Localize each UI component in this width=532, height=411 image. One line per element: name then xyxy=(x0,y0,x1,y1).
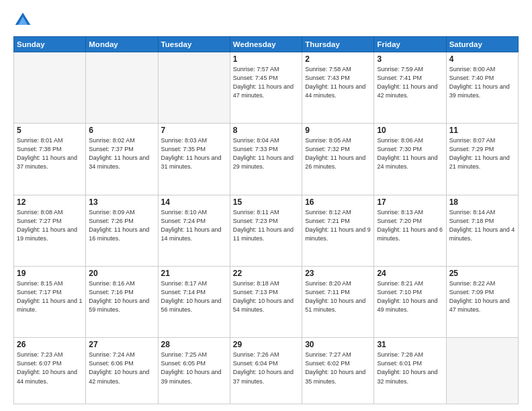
day-info: Sunrise: 8:21 AM Sunset: 7:10 PM Dayligh… xyxy=(377,279,443,314)
day-cell xyxy=(86,52,158,124)
week-row-0: 1Sunrise: 7:57 AM Sunset: 7:45 PM Daylig… xyxy=(14,52,519,124)
day-number: 9 xyxy=(305,126,371,135)
day-info: Sunrise: 8:13 AM Sunset: 7:20 PM Dayligh… xyxy=(377,208,443,243)
weekday-header-row: SundayMondayTuesdayWednesdayThursdayFrid… xyxy=(14,37,519,52)
week-row-2: 12Sunrise: 8:08 AM Sunset: 7:27 PM Dayli… xyxy=(14,195,519,266)
logo xyxy=(13,11,35,30)
day-number: 25 xyxy=(449,269,515,278)
day-info: Sunrise: 8:05 AM Sunset: 7:32 PM Dayligh… xyxy=(305,136,371,171)
day-info: Sunrise: 7:27 AM Sunset: 6:02 PM Dayligh… xyxy=(305,351,371,385)
day-number: 20 xyxy=(89,269,154,278)
day-info: Sunrise: 7:28 AM Sunset: 6:01 PM Dayligh… xyxy=(377,351,443,385)
day-info: Sunrise: 8:20 AM Sunset: 7:11 PM Dayligh… xyxy=(305,279,371,314)
day-number: 14 xyxy=(161,197,227,207)
day-cell: 26Sunrise: 7:23 AM Sunset: 6:07 PM Dayli… xyxy=(14,338,86,404)
day-cell: 13Sunrise: 8:09 AM Sunset: 7:26 PM Dayli… xyxy=(86,195,158,266)
day-number: 21 xyxy=(161,269,227,278)
weekday-header-tuesday: Tuesday xyxy=(158,37,230,52)
day-number: 28 xyxy=(161,340,227,349)
day-cell: 31Sunrise: 7:28 AM Sunset: 6:01 PM Dayli… xyxy=(374,338,446,404)
day-info: Sunrise: 8:02 AM Sunset: 7:37 PM Dayligh… xyxy=(89,136,154,171)
day-info: Sunrise: 8:12 AM Sunset: 7:21 PM Dayligh… xyxy=(305,208,371,243)
day-number: 1 xyxy=(233,54,299,64)
day-info: Sunrise: 7:59 AM Sunset: 7:41 PM Dayligh… xyxy=(377,65,443,100)
day-cell: 23Sunrise: 8:20 AM Sunset: 7:11 PM Dayli… xyxy=(302,267,374,338)
day-info: Sunrise: 8:15 AM Sunset: 7:17 PM Dayligh… xyxy=(17,279,83,314)
day-number: 17 xyxy=(377,197,443,207)
day-cell: 1Sunrise: 7:57 AM Sunset: 7:45 PM Daylig… xyxy=(230,52,302,124)
day-info: Sunrise: 7:58 AM Sunset: 7:43 PM Dayligh… xyxy=(305,65,371,100)
day-cell: 11Sunrise: 8:07 AM Sunset: 7:29 PM Dayli… xyxy=(446,124,518,195)
day-cell: 18Sunrise: 8:14 AM Sunset: 7:18 PM Dayli… xyxy=(446,195,518,266)
day-info: Sunrise: 8:07 AM Sunset: 7:29 PM Dayligh… xyxy=(449,136,515,171)
day-cell: 4Sunrise: 8:00 AM Sunset: 7:40 PM Daylig… xyxy=(446,52,518,124)
day-cell: 5Sunrise: 8:01 AM Sunset: 7:38 PM Daylig… xyxy=(14,124,86,195)
day-number: 12 xyxy=(17,197,83,207)
day-number: 26 xyxy=(17,340,83,349)
day-info: Sunrise: 7:23 AM Sunset: 6:07 PM Dayligh… xyxy=(17,351,83,385)
day-cell: 20Sunrise: 8:16 AM Sunset: 7:16 PM Dayli… xyxy=(86,267,158,338)
day-cell: 21Sunrise: 8:17 AM Sunset: 7:14 PM Dayli… xyxy=(158,267,230,338)
day-info: Sunrise: 8:06 AM Sunset: 7:30 PM Dayligh… xyxy=(377,136,443,171)
day-cell: 16Sunrise: 8:12 AM Sunset: 7:21 PM Dayli… xyxy=(302,195,374,266)
day-number: 10 xyxy=(377,126,443,135)
page: SundayMondayTuesdayWednesdayThursdayFrid… xyxy=(0,0,532,411)
day-cell xyxy=(158,52,230,124)
day-number: 2 xyxy=(305,54,371,64)
day-cell: 9Sunrise: 8:05 AM Sunset: 7:32 PM Daylig… xyxy=(302,124,374,195)
day-cell: 30Sunrise: 7:27 AM Sunset: 6:02 PM Dayli… xyxy=(302,338,374,404)
weekday-header-wednesday: Wednesday xyxy=(230,37,302,52)
day-number: 4 xyxy=(449,54,515,64)
day-cell: 29Sunrise: 7:26 AM Sunset: 6:04 PM Dayli… xyxy=(230,338,302,404)
day-cell: 7Sunrise: 8:03 AM Sunset: 7:35 PM Daylig… xyxy=(158,124,230,195)
day-info: Sunrise: 7:57 AM Sunset: 7:45 PM Dayligh… xyxy=(233,65,299,100)
day-number: 6 xyxy=(89,126,154,135)
day-number: 27 xyxy=(89,340,154,349)
day-cell: 19Sunrise: 8:15 AM Sunset: 7:17 PM Dayli… xyxy=(14,267,86,338)
day-info: Sunrise: 8:22 AM Sunset: 7:09 PM Dayligh… xyxy=(449,279,515,314)
day-number: 16 xyxy=(305,197,371,207)
day-cell: 22Sunrise: 8:18 AM Sunset: 7:13 PM Dayli… xyxy=(230,267,302,338)
day-cell: 10Sunrise: 8:06 AM Sunset: 7:30 PM Dayli… xyxy=(374,124,446,195)
weekday-header-thursday: Thursday xyxy=(302,37,374,52)
day-cell: 14Sunrise: 8:10 AM Sunset: 7:24 PM Dayli… xyxy=(158,195,230,266)
header xyxy=(13,11,519,30)
day-info: Sunrise: 8:11 AM Sunset: 7:23 PM Dayligh… xyxy=(233,208,299,243)
day-info: Sunrise: 8:09 AM Sunset: 7:26 PM Dayligh… xyxy=(89,208,154,243)
day-info: Sunrise: 7:26 AM Sunset: 6:04 PM Dayligh… xyxy=(233,351,299,385)
day-info: Sunrise: 8:10 AM Sunset: 7:24 PM Dayligh… xyxy=(161,208,227,243)
day-info: Sunrise: 7:24 AM Sunset: 6:06 PM Dayligh… xyxy=(89,351,154,385)
week-row-3: 19Sunrise: 8:15 AM Sunset: 7:17 PM Dayli… xyxy=(14,267,519,338)
day-info: Sunrise: 7:25 AM Sunset: 6:05 PM Dayligh… xyxy=(161,351,227,385)
day-info: Sunrise: 8:18 AM Sunset: 7:13 PM Dayligh… xyxy=(233,279,299,314)
week-row-4: 26Sunrise: 7:23 AM Sunset: 6:07 PM Dayli… xyxy=(14,338,519,404)
day-cell: 6Sunrise: 8:02 AM Sunset: 7:37 PM Daylig… xyxy=(86,124,158,195)
day-number: 29 xyxy=(233,340,299,349)
day-cell xyxy=(446,338,518,404)
day-info: Sunrise: 8:14 AM Sunset: 7:18 PM Dayligh… xyxy=(449,208,515,243)
day-info: Sunrise: 8:00 AM Sunset: 7:40 PM Dayligh… xyxy=(449,65,515,100)
logo-icon xyxy=(13,11,32,30)
weekday-header-monday: Monday xyxy=(86,37,158,52)
day-number: 8 xyxy=(233,126,299,135)
day-cell: 17Sunrise: 8:13 AM Sunset: 7:20 PM Dayli… xyxy=(374,195,446,266)
weekday-header-friday: Friday xyxy=(374,37,446,52)
weekday-header-sunday: Sunday xyxy=(14,37,86,52)
day-info: Sunrise: 8:08 AM Sunset: 7:27 PM Dayligh… xyxy=(17,208,83,243)
day-info: Sunrise: 8:01 AM Sunset: 7:38 PM Dayligh… xyxy=(17,136,83,171)
day-cell: 27Sunrise: 7:24 AM Sunset: 6:06 PM Dayli… xyxy=(86,338,158,404)
day-number: 3 xyxy=(377,54,443,64)
day-info: Sunrise: 8:16 AM Sunset: 7:16 PM Dayligh… xyxy=(89,279,154,314)
day-number: 30 xyxy=(305,340,371,349)
day-info: Sunrise: 8:17 AM Sunset: 7:14 PM Dayligh… xyxy=(161,279,227,314)
day-cell: 3Sunrise: 7:59 AM Sunset: 7:41 PM Daylig… xyxy=(374,52,446,124)
day-number: 13 xyxy=(89,197,154,207)
day-number: 24 xyxy=(377,269,443,278)
day-number: 23 xyxy=(305,269,371,278)
day-cell: 15Sunrise: 8:11 AM Sunset: 7:23 PM Dayli… xyxy=(230,195,302,266)
day-number: 7 xyxy=(161,126,227,135)
weekday-header-saturday: Saturday xyxy=(446,37,518,52)
day-number: 11 xyxy=(449,126,515,135)
calendar-table: SundayMondayTuesdayWednesdayThursdayFrid… xyxy=(13,36,519,404)
day-cell: 12Sunrise: 8:08 AM Sunset: 7:27 PM Dayli… xyxy=(14,195,86,266)
